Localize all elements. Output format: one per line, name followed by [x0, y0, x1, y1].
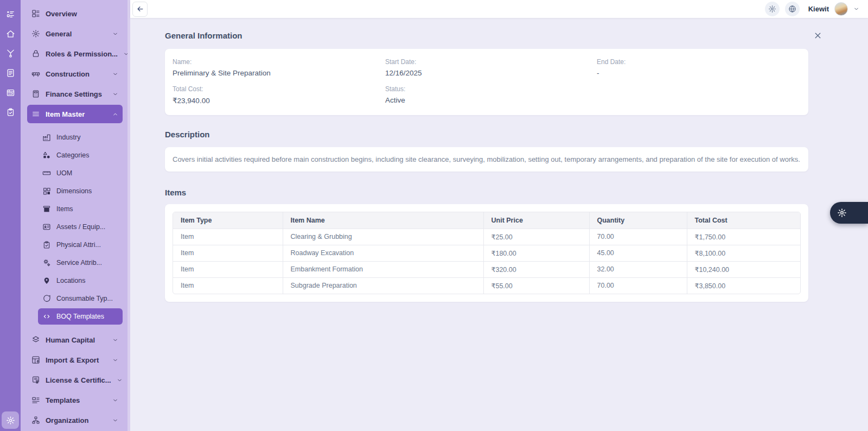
sidebar-item-label: Construction	[46, 70, 90, 78]
language-button[interactable]	[785, 2, 800, 16]
table-row: Item Subgrade Preparation ₹55.00 70.00 ₹…	[173, 277, 800, 294]
sidebar-item-license-certification[interactable]: License & Certific...	[27, 371, 123, 389]
layout-template-icon	[31, 396, 40, 404]
sidebar-item-label: General	[46, 30, 72, 38]
chevron-down-icon	[112, 91, 118, 97]
chevron-down-icon	[112, 71, 118, 77]
avatar[interactable]	[834, 2, 848, 16]
cell-item-name: Clearing & Grubbing	[283, 229, 483, 245]
table-header-row: Item Type Item Name Unit Price Quantity …	[173, 212, 800, 229]
cell-total-cost: ₹8,100.00	[687, 245, 800, 261]
grid-list-icon	[31, 9, 40, 18]
sidebar-item-service-attributes[interactable]: Service Attrib...	[38, 255, 123, 271]
certificate-icon	[31, 376, 40, 384]
sidebar-item-roles-permissions[interactable]: Roles & Permission...	[27, 45, 123, 63]
sidebar-item-label: Templates	[46, 396, 80, 404]
field-name: Name: Preliminary & Site Preparation	[173, 58, 385, 77]
sidebar-item-label: Roles & Permission...	[46, 50, 118, 58]
table-row: Item Embankment Formation ₹320.00 32.00 …	[173, 261, 800, 277]
cell-total-cost: ₹3,850.00	[687, 277, 800, 294]
items-table: Item Type Item Name Unit Price Quantity …	[173, 212, 800, 294]
sidebar-item-item-master[interactable]: Item Master	[27, 105, 123, 123]
sidebar-item-assets-equipment[interactable]: Assets / Equip...	[38, 219, 123, 235]
field-value: Active	[385, 96, 597, 104]
gear-icon	[31, 29, 40, 38]
chevron-down-icon	[112, 31, 118, 37]
cell-total-cost: ₹1,750.00	[687, 229, 800, 245]
field-value: ₹23,940.00	[173, 96, 385, 105]
sidebar-item-overview[interactable]: Overview	[27, 4, 123, 23]
user-menu-chevron[interactable]	[853, 6, 859, 12]
sidebar-item-label: Industry	[56, 134, 80, 141]
sidebar-item-label: Import & Export	[46, 356, 99, 364]
sidebar-item-locations[interactable]: Locations	[38, 272, 123, 289]
chevron-down-icon	[112, 417, 118, 423]
sidebar-item-human-capital[interactable]: Human Capital	[27, 331, 123, 349]
chevron-down-icon	[112, 397, 118, 403]
lock-icon	[31, 49, 40, 58]
sidebar-item-label: Consumable Typ...	[56, 295, 113, 302]
settings-button[interactable]	[765, 2, 780, 16]
sidebar-item-label: Human Capital	[46, 336, 95, 344]
sidebar-item-general[interactable]: General	[27, 24, 123, 43]
clipboard-check-icon[interactable]	[6, 107, 15, 117]
close-button[interactable]	[813, 31, 822, 42]
field-value: 12/16/2025	[385, 69, 597, 77]
cell-unit-price: ₹180.00	[483, 245, 589, 261]
cell-total-cost: ₹10,240.00	[687, 261, 800, 277]
table-row: Item Roadway Excavation ₹180.00 45.00 ₹8…	[173, 245, 800, 261]
settings-tile[interactable]	[2, 411, 19, 429]
register-icon[interactable]	[6, 88, 15, 97]
sidebar-item-boq-templates[interactable]: BOQ Templates	[38, 308, 123, 325]
col-item-name: Item Name	[283, 212, 483, 229]
sidebar-item-label: Categories	[56, 151, 89, 159]
sidebar-item-templates[interactable]: Templates	[27, 391, 123, 409]
branch-icon[interactable]	[6, 49, 15, 58]
sidebar-item-industry[interactable]: Industry	[38, 129, 123, 145]
sidebar-item-categories[interactable]: Categories	[38, 147, 123, 163]
cell-item-type: Item	[173, 245, 283, 261]
home-icon[interactable]	[6, 29, 15, 39]
clipboard-icon	[42, 240, 51, 249]
layers-icon	[31, 335, 40, 344]
sidebar-item-label: Physical Attri...	[56, 241, 101, 249]
sidebar-item-construction[interactable]: Construction	[27, 65, 123, 83]
list-detail-icon[interactable]	[6, 10, 15, 19]
back-button[interactable]	[132, 2, 148, 17]
description-title: Description	[165, 130, 808, 139]
col-unit-price: Unit Price	[483, 212, 589, 229]
cell-unit-price: ₹320.00	[483, 261, 589, 277]
sidebar-item-label: Items	[56, 205, 73, 213]
globe-icon	[788, 5, 796, 13]
chevron-down-icon	[853, 6, 859, 12]
cell-unit-price: ₹55.00	[483, 277, 589, 294]
id-card-icon	[42, 223, 51, 231]
sidebar-item-label: Locations	[56, 277, 86, 284]
sidebar-item-items[interactable]: Items	[38, 201, 123, 217]
table-import-icon	[31, 356, 40, 364]
sidebar-item-organization[interactable]: Organization	[27, 411, 123, 429]
document-icon[interactable]	[6, 68, 15, 78]
sidebar-item-physical-attributes[interactable]: Physical Attri...	[38, 237, 123, 253]
cell-unit-price: ₹25.00	[483, 229, 589, 245]
field-label: Start Date:	[385, 58, 597, 66]
chevron-down-icon	[117, 377, 123, 383]
barrier-icon	[31, 69, 40, 78]
floating-settings-button[interactable]	[830, 202, 868, 224]
field-total-cost: Total Cost: ₹23,940.00	[173, 85, 385, 105]
sidebar-item-finance-settings[interactable]: Finance Settings	[27, 85, 123, 103]
arrow-left-icon	[136, 5, 144, 13]
gear-icon	[6, 416, 15, 425]
field-start-date: Start Date: 12/16/2025	[385, 58, 597, 77]
field-label: End Date:	[597, 58, 801, 66]
sidebar-item-label: BOQ Templates	[56, 313, 104, 320]
items-title: Items	[165, 188, 808, 197]
field-label: Name:	[173, 58, 385, 66]
sidebar-item-import-export[interactable]: Import & Export	[27, 351, 123, 369]
sidebar-item-label: License & Certific...	[46, 376, 111, 384]
sidebar-item-uom[interactable]: UOM	[38, 165, 123, 181]
field-status: Status: Active	[385, 85, 597, 105]
sidebar-item-dimensions[interactable]: Dimensions	[38, 183, 123, 199]
sidebar-item-consumable-types[interactable]: Consumable Typ...	[38, 290, 123, 307]
cell-item-name: Roadway Excavation	[283, 245, 483, 261]
